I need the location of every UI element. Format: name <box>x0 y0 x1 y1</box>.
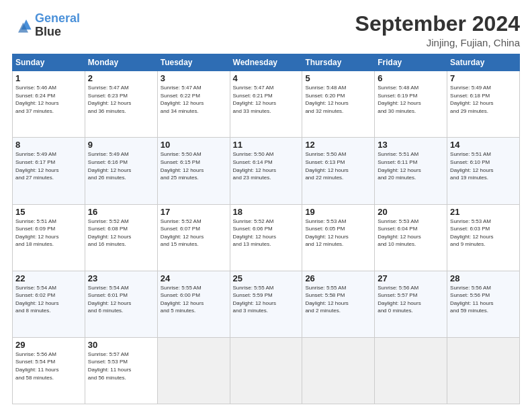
day-number: 18 <box>233 207 300 217</box>
calendar-cell: 11Sunrise: 5:50 AM Sunset: 6:14 PM Dayli… <box>230 138 302 204</box>
calendar-cell: 14Sunrise: 5:51 AM Sunset: 6:10 PM Dayli… <box>447 138 520 204</box>
day-number: 23 <box>88 273 154 283</box>
day-number: 1 <box>15 73 82 83</box>
calendar-cell <box>230 337 302 404</box>
calendar-cell: 12Sunrise: 5:50 AM Sunset: 6:13 PM Dayli… <box>302 138 375 204</box>
calendar-cell: 5Sunrise: 5:48 AM Sunset: 6:20 PM Daylig… <box>302 71 375 138</box>
day-number: 25 <box>233 273 300 283</box>
weekday-thursday: Thursday <box>302 54 375 71</box>
header: GeneralBlue September 2024 Jinjing, Fuji… <box>12 12 520 48</box>
day-number: 11 <box>233 140 300 150</box>
cell-info: Sunrise: 5:55 AM Sunset: 6:00 PM Dayligh… <box>161 284 227 315</box>
day-number: 8 <box>15 140 82 150</box>
calendar-cell: 3Sunrise: 5:47 AM Sunset: 6:22 PM Daylig… <box>157 71 230 138</box>
day-number: 17 <box>161 207 227 217</box>
calendar-cell: 1Sunrise: 5:46 AM Sunset: 6:24 PM Daylig… <box>13 71 85 138</box>
calendar-cell <box>375 337 447 404</box>
cell-info: Sunrise: 5:53 AM Sunset: 6:04 PM Dayligh… <box>378 218 444 248</box>
calendar-cell: 4Sunrise: 5:47 AM Sunset: 6:21 PM Daylig… <box>230 71 302 138</box>
calendar-cell: 19Sunrise: 5:53 AM Sunset: 6:05 PM Dayli… <box>302 204 375 271</box>
cell-info: Sunrise: 5:52 AM Sunset: 6:07 PM Dayligh… <box>161 218 227 248</box>
calendar-cell: 13Sunrise: 5:51 AM Sunset: 6:11 PM Dayli… <box>375 138 447 204</box>
cell-info: Sunrise: 5:55 AM Sunset: 5:58 PM Dayligh… <box>305 284 371 315</box>
day-number: 3 <box>161 73 227 83</box>
day-number: 15 <box>15 207 82 217</box>
day-number: 5 <box>305 73 371 83</box>
calendar-cell <box>447 337 520 404</box>
calendar-cell: 27Sunrise: 5:56 AM Sunset: 5:57 PM Dayli… <box>375 271 447 337</box>
cell-info: Sunrise: 5:49 AM Sunset: 6:17 PM Dayligh… <box>15 150 82 181</box>
page: GeneralBlue September 2024 Jinjing, Fuji… <box>0 0 532 411</box>
cell-info: Sunrise: 5:56 AM Sunset: 5:57 PM Dayligh… <box>378 284 444 315</box>
calendar-header: SundayMondayTuesdayWednesdayThursdayFrid… <box>13 54 520 71</box>
day-number: 22 <box>15 273 82 283</box>
day-number: 27 <box>378 273 444 283</box>
calendar-cell: 22Sunrise: 5:54 AM Sunset: 6:02 PM Dayli… <box>13 271 85 337</box>
cell-info: Sunrise: 5:48 AM Sunset: 6:19 PM Dayligh… <box>378 84 444 115</box>
calendar-cell: 30Sunrise: 5:57 AM Sunset: 5:53 PM Dayli… <box>85 337 157 404</box>
cell-info: Sunrise: 5:55 AM Sunset: 5:59 PM Dayligh… <box>233 284 300 315</box>
calendar-cell: 25Sunrise: 5:55 AM Sunset: 5:59 PM Dayli… <box>230 271 302 337</box>
day-number: 10 <box>161 140 227 150</box>
location: Jinjing, Fujian, China <box>355 37 520 48</box>
day-number: 7 <box>450 73 517 83</box>
cell-info: Sunrise: 5:54 AM Sunset: 6:01 PM Dayligh… <box>88 284 154 315</box>
day-number: 21 <box>450 207 517 217</box>
day-number: 29 <box>15 340 82 350</box>
calendar-cell: 26Sunrise: 5:55 AM Sunset: 5:58 PM Dayli… <box>302 271 375 337</box>
calendar-body: 1Sunrise: 5:46 AM Sunset: 6:24 PM Daylig… <box>13 71 520 404</box>
cell-info: Sunrise: 5:47 AM Sunset: 6:21 PM Dayligh… <box>233 84 300 115</box>
day-number: 26 <box>305 273 371 283</box>
calendar-row-2: 15Sunrise: 5:51 AM Sunset: 6:09 PM Dayli… <box>13 204 520 271</box>
calendar-cell: 15Sunrise: 5:51 AM Sunset: 6:09 PM Dayli… <box>13 204 85 271</box>
day-number: 20 <box>378 207 444 217</box>
cell-info: Sunrise: 5:47 AM Sunset: 6:22 PM Dayligh… <box>161 84 227 115</box>
calendar-cell: 21Sunrise: 5:53 AM Sunset: 6:03 PM Dayli… <box>447 204 520 271</box>
cell-info: Sunrise: 5:54 AM Sunset: 6:02 PM Dayligh… <box>15 284 82 315</box>
calendar-row-3: 22Sunrise: 5:54 AM Sunset: 6:02 PM Dayli… <box>13 271 520 337</box>
month-title: September 2024 <box>355 12 520 36</box>
calendar-row-1: 8Sunrise: 5:49 AM Sunset: 6:17 PM Daylig… <box>13 138 520 204</box>
weekday-sunday: Sunday <box>13 54 85 71</box>
day-number: 19 <box>305 207 371 217</box>
calendar-cell: 10Sunrise: 5:50 AM Sunset: 6:15 PM Dayli… <box>157 138 230 204</box>
weekday-row: SundayMondayTuesdayWednesdayThursdayFrid… <box>13 54 520 71</box>
title-block: September 2024 Jinjing, Fujian, China <box>355 12 520 48</box>
weekday-tuesday: Tuesday <box>157 54 230 71</box>
weekday-wednesday: Wednesday <box>230 54 302 71</box>
weekday-saturday: Saturday <box>447 54 520 71</box>
calendar-cell: 24Sunrise: 5:55 AM Sunset: 6:00 PM Dayli… <box>157 271 230 337</box>
logo-icon <box>12 15 32 36</box>
weekday-friday: Friday <box>375 54 447 71</box>
day-number: 6 <box>378 73 444 83</box>
cell-info: Sunrise: 5:50 AM Sunset: 6:14 PM Dayligh… <box>233 150 300 181</box>
logo: GeneralBlue <box>12 12 80 39</box>
cell-info: Sunrise: 5:51 AM Sunset: 6:11 PM Dayligh… <box>378 150 444 181</box>
cell-info: Sunrise: 5:46 AM Sunset: 6:24 PM Dayligh… <box>15 84 82 115</box>
day-number: 14 <box>450 140 517 150</box>
cell-info: Sunrise: 5:47 AM Sunset: 6:23 PM Dayligh… <box>88 84 154 115</box>
cell-info: Sunrise: 5:53 AM Sunset: 6:03 PM Dayligh… <box>450 218 517 248</box>
calendar-cell: 16Sunrise: 5:52 AM Sunset: 6:08 PM Dayli… <box>85 204 157 271</box>
calendar-cell: 7Sunrise: 5:49 AM Sunset: 6:18 PM Daylig… <box>447 71 520 138</box>
day-number: 30 <box>88 340 154 350</box>
calendar-cell: 29Sunrise: 5:56 AM Sunset: 5:54 PM Dayli… <box>13 337 85 404</box>
day-number: 24 <box>161 273 227 283</box>
calendar-cell: 9Sunrise: 5:49 AM Sunset: 6:16 PM Daylig… <box>85 138 157 204</box>
day-number: 4 <box>233 73 300 83</box>
cell-info: Sunrise: 5:56 AM Sunset: 5:56 PM Dayligh… <box>450 284 517 315</box>
cell-info: Sunrise: 5:50 AM Sunset: 6:13 PM Dayligh… <box>305 150 371 181</box>
calendar-cell: 23Sunrise: 5:54 AM Sunset: 6:01 PM Dayli… <box>85 271 157 337</box>
day-number: 12 <box>305 140 371 150</box>
day-number: 28 <box>450 273 517 283</box>
calendar-cell <box>157 337 230 404</box>
cell-info: Sunrise: 5:56 AM Sunset: 5:54 PM Dayligh… <box>15 351 82 381</box>
logo-text: GeneralBlue <box>35 12 80 39</box>
day-number: 13 <box>378 140 444 150</box>
cell-info: Sunrise: 5:53 AM Sunset: 6:05 PM Dayligh… <box>305 218 371 248</box>
cell-info: Sunrise: 5:49 AM Sunset: 6:18 PM Dayligh… <box>450 84 517 115</box>
cell-info: Sunrise: 5:50 AM Sunset: 6:15 PM Dayligh… <box>161 150 227 181</box>
cell-info: Sunrise: 5:51 AM Sunset: 6:09 PM Dayligh… <box>15 218 82 248</box>
cell-info: Sunrise: 5:48 AM Sunset: 6:20 PM Dayligh… <box>305 84 371 115</box>
calendar-cell: 6Sunrise: 5:48 AM Sunset: 6:19 PM Daylig… <box>375 71 447 138</box>
